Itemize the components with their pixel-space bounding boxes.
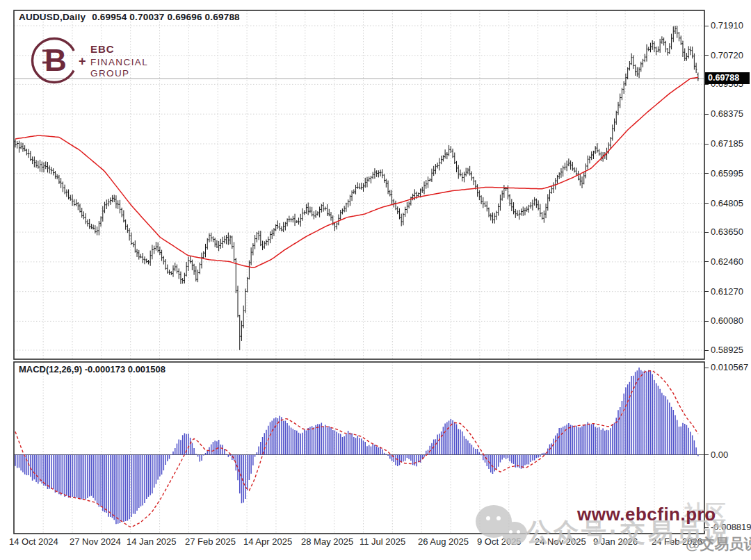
macd-tick-label: 0.010567: [711, 362, 748, 372]
macd-tick-mark: [704, 454, 709, 455]
symbol-period-label: AUDUSD,Daily: [19, 12, 86, 22]
macd-indicator-label: MACD(12,26,9) -0.000173 0.001508: [19, 364, 165, 374]
logo-text-ebc: EBC: [90, 43, 115, 55]
chart-title: AUDUSD,Daily0.69954 0.70037 0.69696 0.69…: [19, 12, 240, 22]
ebc-logo: B + EBC FINANCIAL GROUP: [28, 32, 167, 93]
price-tick-mark: [704, 173, 709, 174]
logo-plus-icon: +: [79, 54, 86, 68]
logo-monogram: B: [45, 43, 67, 77]
price-tick-mark: [704, 55, 709, 56]
date-label: 14 Jan 2025: [127, 536, 177, 547]
ohlc-values: 0.69954 0.70037 0.69696 0.69788: [92, 12, 240, 22]
logo-text-financial: FINANCIAL: [90, 57, 148, 67]
date-label: 27 Feb 2025: [185, 536, 236, 547]
current-price-tag: 0.69788: [705, 72, 750, 84]
logo-text-group: GROUP: [90, 68, 130, 79]
price-tick-label: 0.58925: [711, 345, 743, 355]
price-tick-label: 0.70720: [711, 50, 743, 60]
price-tick-mark: [704, 261, 709, 262]
chart-window: AUDUSD,Daily0.69954 0.70037 0.69696 0.69…: [0, 0, 751, 560]
price-tick-mark: [704, 350, 709, 351]
date-label: 14 Apr 2025: [243, 536, 292, 547]
price-tick-label: 0.65995: [711, 168, 743, 179]
date-label: 26 Aug 2025: [418, 536, 469, 547]
price-tick-label: 0.67185: [711, 138, 743, 149]
price-tick-label: 0.61270: [711, 286, 743, 297]
date-label: 28 May 2025: [301, 536, 353, 547]
price-tick-mark: [704, 84, 709, 85]
author-handle-watermark: @交易员说: [686, 534, 751, 554]
price-tick-mark: [704, 321, 709, 322]
wechat-icon: [476, 505, 538, 548]
price-tick-mark: [704, 144, 709, 145]
price-tick-mark: [704, 232, 709, 233]
price-tick-label: 0.62460: [711, 256, 743, 267]
price-tick-label: 0.63650: [711, 227, 743, 237]
website-watermark: www.ebcfin.pro: [577, 504, 716, 525]
price-tick-label: 0.68375: [711, 108, 743, 119]
price-tick-mark: [704, 203, 709, 204]
price-tick-mark: [704, 291, 709, 292]
macd-tick-label: 0.00: [711, 450, 728, 460]
macd-tick-mark: [704, 368, 709, 368]
price-tick-mark: [704, 114, 709, 115]
date-label: 11 Jul 2025: [360, 536, 405, 547]
date-label: 27 Nov 2024: [70, 536, 121, 547]
price-tick-label: 0.64805: [711, 198, 743, 208]
price-tick-label: 0.60080: [711, 315, 743, 326]
date-label: 14 Oct 2024: [9, 536, 58, 547]
price-tick-mark: [704, 26, 709, 26]
price-tick-label: 0.71910: [711, 20, 743, 31]
